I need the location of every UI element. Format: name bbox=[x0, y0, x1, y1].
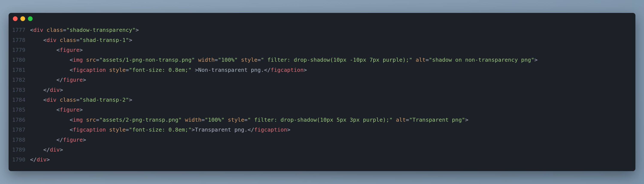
code-line[interactable]: 1784 <div class="shad-transp-2"> bbox=[8, 95, 636, 105]
token-punct: > bbox=[83, 77, 86, 83]
token-attr: style bbox=[109, 126, 126, 133]
code-content: <img src="assets/1-png-non-transp.png" w… bbox=[30, 55, 636, 65]
line-number: 1782 bbox=[8, 75, 30, 85]
token-tag: img bbox=[73, 116, 83, 123]
token-punct: < bbox=[30, 27, 33, 33]
token-str: " filter: drop-shadow(10px -10px 7px pur… bbox=[261, 57, 412, 63]
token-attr: class bbox=[60, 97, 76, 103]
token-punct bbox=[182, 116, 185, 123]
token-tag: div bbox=[46, 37, 56, 43]
token-str: "100%" bbox=[205, 116, 224, 123]
token-attr: alt bbox=[396, 116, 406, 123]
code-line[interactable]: 1779 <figure> bbox=[8, 45, 636, 55]
token-tag: figcaption bbox=[254, 126, 287, 133]
token-punct: </ bbox=[30, 156, 37, 163]
token-eq: = bbox=[258, 57, 260, 63]
token-tag: figure bbox=[60, 106, 80, 113]
token-text: Non-transparent png. bbox=[198, 67, 264, 73]
token-str: "Transparent png" bbox=[409, 116, 465, 123]
token-punct: < bbox=[70, 57, 73, 63]
token-punct: </ bbox=[43, 146, 50, 153]
token-punct: </ bbox=[43, 87, 50, 93]
line-number: 1788 bbox=[8, 135, 30, 145]
token-punct: > bbox=[304, 67, 307, 73]
code-content: <figcaption style="font-size: 0.8em;" >N… bbox=[30, 65, 636, 75]
token-attr: width bbox=[185, 116, 202, 123]
code-content: <div class="shad-transp-1"> bbox=[30, 35, 636, 45]
code-content: <div class="shad-transp-2"> bbox=[30, 95, 636, 105]
token-punct: < bbox=[70, 116, 73, 123]
token-str: "shadow-transparency" bbox=[66, 27, 136, 33]
code-content: <img src="assets/2-png-transp.png" width… bbox=[30, 115, 636, 125]
code-line[interactable]: 1783 </div> bbox=[8, 85, 636, 95]
token-punct: > bbox=[129, 97, 132, 103]
token-attr: class bbox=[46, 27, 63, 33]
token-eq: = bbox=[426, 57, 429, 63]
code-line[interactable]: 1781 <figcaption style="font-size: 0.8em… bbox=[8, 65, 636, 75]
token-punct: </ bbox=[56, 77, 63, 83]
code-line[interactable]: 1778 <div class="shad-transp-1"> bbox=[8, 35, 636, 45]
code-line[interactable]: 1789 </div> bbox=[8, 145, 636, 154]
token-str: " filter: drop-shadow(10px 5px 3px purpl… bbox=[248, 116, 393, 123]
token-punct: > bbox=[80, 106, 83, 113]
line-number: 1789 bbox=[8, 145, 30, 154]
token-str: "shadow on non-transparency png" bbox=[429, 57, 534, 63]
token-tag: div bbox=[50, 87, 60, 93]
token-str: "100%" bbox=[218, 57, 238, 63]
token-punct: > bbox=[287, 126, 290, 133]
token-eq: = bbox=[126, 67, 129, 73]
token-attr: src bbox=[86, 57, 96, 63]
code-line[interactable]: 1788 </figure> bbox=[8, 135, 636, 145]
line-number: 1781 bbox=[8, 65, 30, 75]
token-tag: img bbox=[73, 57, 83, 63]
code-line[interactable]: 1777<div class="shadow-transparency"> bbox=[8, 25, 636, 35]
token-str: "shad-transp-2" bbox=[80, 97, 129, 103]
code-line[interactable]: 1780 <img src="assets/1-png-non-transp.p… bbox=[8, 55, 636, 65]
code-line[interactable]: 1787 <figcaption style="font-size: 0.8em… bbox=[8, 125, 636, 135]
token-attr: alt bbox=[416, 57, 426, 63]
code-line[interactable]: 1790</div> bbox=[8, 154, 636, 164]
token-eq: = bbox=[63, 27, 66, 33]
minimize-icon[interactable] bbox=[20, 16, 25, 21]
token-punct bbox=[106, 126, 109, 133]
token-punct: > bbox=[192, 126, 195, 133]
token-punct: > bbox=[465, 116, 468, 123]
token-tag: figure bbox=[63, 136, 83, 143]
token-eq: = bbox=[76, 97, 80, 103]
token-tag: figcaption bbox=[271, 67, 304, 73]
token-attr: class bbox=[60, 37, 76, 43]
token-punct: > bbox=[192, 67, 198, 73]
token-punct bbox=[56, 97, 60, 103]
token-punct: < bbox=[43, 37, 46, 43]
line-number: 1780 bbox=[8, 55, 30, 65]
line-number: 1784 bbox=[8, 95, 30, 105]
token-eq: = bbox=[406, 116, 409, 123]
token-punct: > bbox=[60, 87, 63, 93]
line-number: 1778 bbox=[8, 35, 30, 45]
token-punct: < bbox=[56, 106, 60, 113]
token-punct: < bbox=[70, 126, 73, 133]
token-tag: div bbox=[46, 97, 56, 103]
code-area[interactable]: 1777<div class="shadow-transparency">177… bbox=[8, 23, 636, 171]
code-content: </div> bbox=[30, 145, 636, 154]
code-line[interactable]: 1785 <figure> bbox=[8, 105, 636, 115]
token-tag: div bbox=[37, 156, 46, 163]
code-line[interactable]: 1782 </figure> bbox=[8, 75, 636, 85]
token-punct: </ bbox=[248, 126, 254, 133]
code-line[interactable]: 1786 <img src="assets/2-png-transp.png" … bbox=[8, 115, 636, 125]
close-icon[interactable] bbox=[13, 16, 18, 21]
token-tag: figure bbox=[60, 47, 80, 53]
token-punct bbox=[393, 116, 396, 123]
token-attr: style bbox=[109, 67, 126, 73]
token-punct: < bbox=[56, 47, 60, 53]
code-content: </figure> bbox=[30, 135, 636, 145]
token-punct bbox=[106, 67, 109, 73]
line-number: 1779 bbox=[8, 45, 30, 55]
token-tag: figcaption bbox=[73, 67, 106, 73]
token-punct: < bbox=[43, 97, 46, 103]
token-punct bbox=[412, 57, 416, 63]
maximize-icon[interactable] bbox=[28, 16, 33, 21]
token-punct: > bbox=[60, 146, 63, 153]
token-attr: width bbox=[198, 57, 215, 63]
line-number: 1790 bbox=[8, 154, 30, 164]
